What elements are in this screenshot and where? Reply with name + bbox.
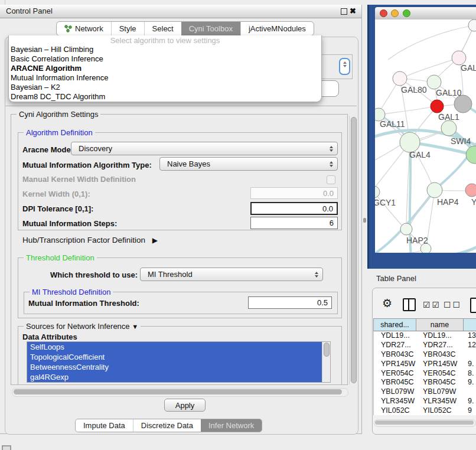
table-cell[interactable]: 9. bbox=[464, 360, 476, 369]
table-cell[interactable]: YBR043C bbox=[417, 350, 464, 360]
data-attributes-list[interactable]: SelfLoopsTopologicalCoefficientBetweenne… bbox=[27, 341, 331, 383]
algorithm-option[interactable]: ARACNE Algorithm bbox=[9, 64, 321, 73]
table-cell[interactable]: YDL19... bbox=[374, 331, 417, 341]
table-cell[interactable]: YDR27... bbox=[374, 341, 417, 350]
settings-vertical-scrollbar-thumb[interactable] bbox=[351, 117, 357, 383]
network-node[interactable] bbox=[466, 146, 476, 164]
tab-select[interactable]: Select bbox=[144, 22, 181, 35]
network-window-titlebar[interactable] bbox=[375, 7, 476, 20]
table-cell[interactable]: YER054C bbox=[417, 369, 464, 379]
table-cell[interactable]: YBR045C bbox=[374, 378, 417, 387]
table-row[interactable]: YBR043CYBR043C bbox=[374, 350, 476, 360]
tab-jactivemnodules[interactable]: jActiveMNodules bbox=[240, 22, 314, 35]
close-icon[interactable]: ✖ bbox=[350, 5, 356, 18]
table-row[interactable]: YDL19...YDL19...13 bbox=[374, 331, 476, 341]
table-horizontal-scrollbar-thumb[interactable] bbox=[375, 420, 474, 425]
network-node[interactable] bbox=[427, 75, 441, 89]
table-cell[interactable]: YPR145W bbox=[374, 360, 417, 369]
settings-horizontal-scrollbar-thumb[interactable] bbox=[14, 389, 342, 394]
algorithm-option[interactable]: Mutual Information Inference bbox=[9, 73, 321, 83]
aracne-mode-combobox[interactable]: Discovery bbox=[71, 142, 338, 155]
kernel-width-input[interactable]: 0.0 bbox=[250, 187, 338, 199]
network-node[interactable] bbox=[441, 120, 457, 136]
table-cell[interactable]: YBL079W bbox=[417, 387, 464, 397]
table-cell[interactable]: YBL079W bbox=[374, 387, 417, 397]
tab-infer-network[interactable]: Infer Network bbox=[201, 419, 262, 432]
data-attribute-item[interactable]: TopologicalCoefficient bbox=[27, 352, 322, 362]
table-cell[interactable]: 8. bbox=[464, 369, 476, 379]
table-cell[interactable]: YLR345W bbox=[417, 397, 464, 406]
minimized-panel-icon[interactable] bbox=[2, 445, 11, 450]
manual-kernel-width-checkbox[interactable] bbox=[327, 175, 335, 184]
table-header-extra[interactable] bbox=[464, 318, 476, 331]
table-row[interactable]: YER054CYER054C8. bbox=[374, 369, 476, 379]
mi-steps-input[interactable]: 6 bbox=[250, 217, 338, 229]
window-close-button[interactable] bbox=[380, 9, 387, 17]
table-cell[interactable] bbox=[464, 350, 476, 360]
table-cell[interactable]: 9. bbox=[464, 378, 476, 387]
table-horizontal-scrollbar[interactable] bbox=[374, 419, 476, 427]
network-canvas[interactable]: GALGAL80GAL10GAL1GAL11SWI4GAL4GCY1HAP4YH… bbox=[375, 19, 476, 253]
table-cell[interactable]: YIL052C bbox=[374, 406, 417, 415]
data-attribute-item[interactable]: gal4RGexp bbox=[27, 372, 322, 382]
table-cell[interactable]: 9 bbox=[464, 406, 476, 415]
network-node[interactable] bbox=[400, 132, 420, 152]
table-cell[interactable]: YPR145W bbox=[417, 360, 464, 369]
table-row[interactable]: YBL079WYBL079W bbox=[374, 387, 476, 397]
settings-vertical-scrollbar[interactable] bbox=[349, 116, 357, 384]
table-cell[interactable]: YIL052C bbox=[417, 406, 464, 415]
network-node[interactable] bbox=[431, 100, 444, 113]
network-node[interactable] bbox=[454, 95, 472, 113]
network-node[interactable] bbox=[393, 71, 407, 86]
network-node[interactable] bbox=[465, 184, 476, 197]
sources-toggle[interactable]: Sources for Network Inference ▼ bbox=[24, 322, 141, 331]
float-icon[interactable] bbox=[341, 8, 347, 15]
table-header-name[interactable]: name bbox=[416, 318, 464, 331]
table-cell[interactable]: YER054C bbox=[374, 369, 417, 379]
table-row[interactable]: YIL052CYIL052C9 bbox=[374, 406, 476, 415]
algorithm-dropdown[interactable]: Select algorithm to view settings Bayesi… bbox=[8, 35, 322, 102]
deselect-all-checkboxes-icon[interactable]: ☐☐ bbox=[444, 299, 462, 310]
apply-button[interactable]: Apply bbox=[164, 399, 206, 412]
table-row[interactable]: YBR045CYBR045C9. bbox=[374, 378, 476, 387]
tab-network[interactable]: Network bbox=[57, 22, 111, 35]
table-cell[interactable]: YDR27... bbox=[417, 341, 464, 350]
mi-algorithm-type-combobox[interactable]: Naive Bayes bbox=[159, 157, 338, 171]
gear-icon[interactable]: ⚙ bbox=[382, 297, 392, 310]
select-all-checkboxes-icon[interactable]: ☑☑ bbox=[423, 299, 441, 310]
table-header-shared[interactable]: shared... bbox=[373, 318, 416, 331]
settings-horizontal-scrollbar[interactable] bbox=[12, 388, 348, 397]
table-cell[interactable]: 12 bbox=[464, 341, 476, 350]
window-minimize-button[interactable] bbox=[391, 9, 399, 17]
data-attribute-item[interactable]: BetweennessCentrality bbox=[27, 362, 322, 372]
columns-icon[interactable] bbox=[403, 298, 416, 311]
algorithm-option[interactable]: Bayesian – Hill Climbing bbox=[9, 45, 321, 54]
network-node[interactable] bbox=[427, 182, 442, 198]
attributes-scrollbar-thumb[interactable] bbox=[324, 343, 330, 357]
which-threshold-combobox[interactable]: MI Threshold bbox=[140, 268, 323, 281]
mi-threshold-input[interactable]: 0.5 bbox=[248, 296, 332, 309]
tab-impute-data[interactable]: Impute Data bbox=[76, 419, 133, 432]
tab-style[interactable]: Style bbox=[111, 22, 144, 35]
window-zoom-button[interactable] bbox=[403, 9, 410, 17]
attributes-scrollbar[interactable] bbox=[322, 342, 330, 382]
table-row[interactable]: YLR345WYLR345W9. bbox=[374, 397, 476, 406]
dpi-tolerance-input[interactable]: 0.0 bbox=[250, 202, 338, 215]
panel-splitter-handle[interactable] bbox=[363, 218, 366, 223]
algorithm-option[interactable]: Basic Correlation Inference bbox=[9, 54, 321, 64]
table-cell[interactable]: 9. bbox=[464, 397, 476, 406]
algorithm-option[interactable]: Bayesian – K2 bbox=[9, 83, 321, 92]
algorithm-option[interactable]: Dream8 DC_TDC Algorithm bbox=[9, 92, 321, 102]
table-cell[interactable]: YBR043C bbox=[374, 350, 417, 360]
data-attribute-item[interactable]: SelfLoops bbox=[27, 342, 322, 352]
network-node[interactable] bbox=[375, 186, 380, 198]
page-icon[interactable] bbox=[470, 298, 476, 313]
table-row[interactable]: YPR145WYPR145W9. bbox=[374, 360, 476, 369]
tab-cyni-toolbox[interactable]: Cyni Toolbox bbox=[181, 22, 240, 35]
network-node[interactable] bbox=[400, 223, 412, 235]
table-cell[interactable]: YDL19... bbox=[417, 331, 464, 341]
table-cell[interactable] bbox=[464, 387, 476, 397]
table-row[interactable]: YDR27...YDR27...12 bbox=[374, 341, 476, 350]
hub-section-toggle[interactable]: Hub/Transcription Factor Definition ▶ bbox=[22, 236, 158, 244]
table-cell[interactable]: YLR345W bbox=[374, 397, 417, 406]
